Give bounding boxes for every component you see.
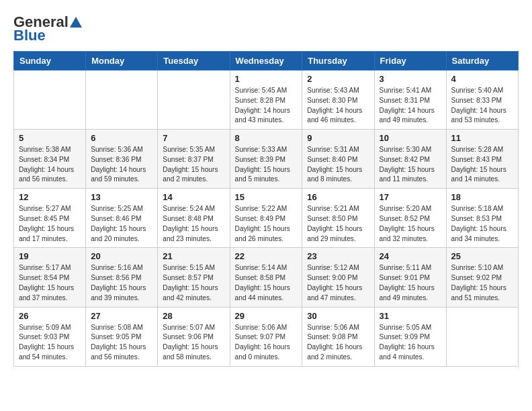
day-info: Sunrise: 5:30 AM Sunset: 8:42 PM Dayligh… [380,145,441,185]
day-info: Sunrise: 5:21 AM Sunset: 8:50 PM Dayligh… [307,204,369,244]
calendar-cell [86,71,158,130]
calendar-cell: 1Sunrise: 5:45 AM Sunset: 8:28 PM Daylig… [230,71,302,130]
calendar-cell: 31Sunrise: 5:05 AM Sunset: 9:09 PM Dayli… [374,307,446,366]
day-number: 30 [307,311,369,321]
day-number: 31 [380,311,441,321]
day-number: 12 [19,192,81,202]
calendar-cell: 6Sunrise: 5:36 AM Sunset: 8:36 PM Daylig… [86,130,158,189]
day-number: 4 [451,74,513,84]
calendar-cell: 22Sunrise: 5:14 AM Sunset: 8:58 PM Dayli… [230,248,302,307]
day-number: 26 [19,311,81,321]
day-number: 28 [163,311,224,321]
calendar-cell: 29Sunrise: 5:06 AM Sunset: 9:07 PM Dayli… [230,307,302,366]
calendar-cell: 4Sunrise: 5:40 AM Sunset: 8:33 PM Daylig… [446,71,518,130]
day-number: 13 [91,192,152,202]
svg-marker-0 [70,17,82,28]
calendar-cell: 7Sunrise: 5:35 AM Sunset: 8:37 PM Daylig… [158,130,230,189]
calendar-cell [14,71,86,130]
calendar-cell: 11Sunrise: 5:28 AM Sunset: 8:43 PM Dayli… [446,130,518,189]
day-info: Sunrise: 5:20 AM Sunset: 8:52 PM Dayligh… [380,204,441,244]
calendar-cell: 27Sunrise: 5:08 AM Sunset: 9:05 PM Dayli… [86,307,158,366]
logo-icon [69,15,83,30]
day-number: 11 [451,133,513,143]
day-number: 6 [91,133,152,143]
weekday-header-thursday: Thursday [302,52,374,71]
day-number: 25 [451,251,513,261]
day-info: Sunrise: 5:22 AM Sunset: 8:49 PM Dayligh… [235,204,298,244]
weekday-header-monday: Monday [86,52,158,71]
day-info: Sunrise: 5:40 AM Sunset: 8:33 PM Dayligh… [451,86,513,126]
day-info: Sunrise: 5:06 AM Sunset: 9:08 PM Dayligh… [307,323,369,363]
day-info: Sunrise: 5:15 AM Sunset: 8:57 PM Dayligh… [163,263,224,303]
calendar-cell: 30Sunrise: 5:06 AM Sunset: 9:08 PM Dayli… [302,307,374,366]
day-info: Sunrise: 5:17 AM Sunset: 8:54 PM Dayligh… [19,263,81,303]
day-info: Sunrise: 5:36 AM Sunset: 8:36 PM Dayligh… [91,145,152,185]
calendar-cell: 2Sunrise: 5:43 AM Sunset: 8:30 PM Daylig… [302,71,374,130]
calendar-cell: 23Sunrise: 5:12 AM Sunset: 9:00 PM Dayli… [302,248,374,307]
day-number: 15 [235,192,298,202]
day-info: Sunrise: 5:12 AM Sunset: 9:00 PM Dayligh… [307,263,369,303]
calendar-cell: 18Sunrise: 5:18 AM Sunset: 8:53 PM Dayli… [446,189,518,248]
day-number: 29 [235,311,298,321]
day-number: 14 [163,192,224,202]
calendar-cell: 28Sunrise: 5:07 AM Sunset: 9:06 PM Dayli… [158,307,230,366]
day-number: 23 [307,251,369,261]
day-info: Sunrise: 5:25 AM Sunset: 8:46 PM Dayligh… [91,204,152,244]
calendar-cell: 25Sunrise: 5:10 AM Sunset: 9:02 PM Dayli… [446,248,518,307]
day-info: Sunrise: 5:05 AM Sunset: 9:09 PM Dayligh… [380,323,441,363]
calendar-week-5: 26Sunrise: 5:09 AM Sunset: 9:03 PM Dayli… [14,307,519,366]
day-number: 21 [163,251,224,261]
day-number: 8 [235,133,298,143]
calendar-week-2: 5Sunrise: 5:38 AM Sunset: 8:34 PM Daylig… [14,130,519,189]
day-number: 16 [307,192,369,202]
calendar-table: SundayMondayTuesdayWednesdayThursdayFrid… [13,51,519,367]
calendar-cell: 15Sunrise: 5:22 AM Sunset: 8:49 PM Dayli… [230,189,302,248]
weekday-header-wednesday: Wednesday [230,52,302,71]
day-info: Sunrise: 5:06 AM Sunset: 9:07 PM Dayligh… [235,323,298,363]
day-info: Sunrise: 5:09 AM Sunset: 9:03 PM Dayligh… [19,323,81,363]
calendar-cell: 13Sunrise: 5:25 AM Sunset: 8:46 PM Dayli… [86,189,158,248]
day-number: 24 [380,251,441,261]
day-info: Sunrise: 5:08 AM Sunset: 9:05 PM Dayligh… [91,323,152,363]
day-number: 7 [163,133,224,143]
calendar-week-1: 1Sunrise: 5:45 AM Sunset: 8:28 PM Daylig… [14,71,519,130]
day-info: Sunrise: 5:07 AM Sunset: 9:06 PM Dayligh… [163,323,224,363]
weekday-header-tuesday: Tuesday [158,52,230,71]
day-info: Sunrise: 5:35 AM Sunset: 8:37 PM Dayligh… [163,145,224,185]
day-number: 17 [380,192,441,202]
calendar-cell: 12Sunrise: 5:27 AM Sunset: 8:45 PM Dayli… [14,189,86,248]
calendar-week-4: 19Sunrise: 5:17 AM Sunset: 8:54 PM Dayli… [14,248,519,307]
weekday-header-row: SundayMondayTuesdayWednesdayThursdayFrid… [14,52,519,71]
calendar-cell: 20Sunrise: 5:16 AM Sunset: 8:56 PM Dayli… [86,248,158,307]
logo: General Blue [13,13,83,44]
day-number: 22 [235,251,298,261]
day-info: Sunrise: 5:10 AM Sunset: 9:02 PM Dayligh… [451,263,513,303]
calendar-cell: 5Sunrise: 5:38 AM Sunset: 8:34 PM Daylig… [14,130,86,189]
day-info: Sunrise: 5:38 AM Sunset: 8:34 PM Dayligh… [19,145,81,185]
day-info: Sunrise: 5:28 AM Sunset: 8:43 PM Dayligh… [451,145,513,185]
day-info: Sunrise: 5:11 AM Sunset: 9:01 PM Dayligh… [380,263,441,303]
calendar-cell: 3Sunrise: 5:41 AM Sunset: 8:31 PM Daylig… [374,71,446,130]
day-info: Sunrise: 5:27 AM Sunset: 8:45 PM Dayligh… [19,204,81,244]
calendar-cell: 17Sunrise: 5:20 AM Sunset: 8:52 PM Dayli… [374,189,446,248]
day-number: 3 [380,74,441,84]
weekday-header-saturday: Saturday [446,52,518,71]
day-number: 1 [235,74,298,84]
page-header: General Blue [13,13,519,44]
calendar-cell: 9Sunrise: 5:31 AM Sunset: 8:40 PM Daylig… [302,130,374,189]
calendar-cell: 8Sunrise: 5:33 AM Sunset: 8:39 PM Daylig… [230,130,302,189]
day-number: 18 [451,192,513,202]
calendar-cell: 10Sunrise: 5:30 AM Sunset: 8:42 PM Dayli… [374,130,446,189]
calendar-cell [158,71,230,130]
day-number: 9 [307,133,369,143]
calendar-cell: 24Sunrise: 5:11 AM Sunset: 9:01 PM Dayli… [374,248,446,307]
day-number: 20 [91,251,152,261]
day-info: Sunrise: 5:31 AM Sunset: 8:40 PM Dayligh… [307,145,369,185]
day-number: 2 [307,74,369,84]
day-info: Sunrise: 5:41 AM Sunset: 8:31 PM Dayligh… [380,86,441,126]
calendar-cell: 16Sunrise: 5:21 AM Sunset: 8:50 PM Dayli… [302,189,374,248]
day-info: Sunrise: 5:14 AM Sunset: 8:58 PM Dayligh… [235,263,298,303]
day-number: 19 [19,251,81,261]
day-number: 5 [19,133,81,143]
day-info: Sunrise: 5:18 AM Sunset: 8:53 PM Dayligh… [451,204,513,244]
